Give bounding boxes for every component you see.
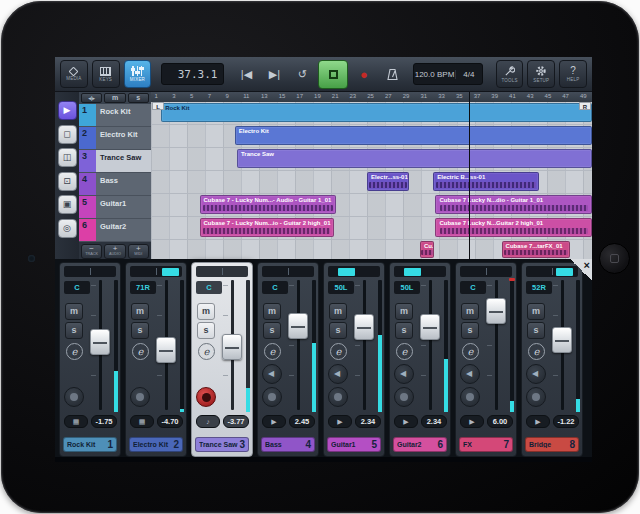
track-color-tab[interactable]: 6 [79,219,96,241]
fader-handle[interactable] [156,337,176,363]
track-row[interactable]: 1Rock Kit [79,104,151,127]
region[interactable]: Cubase 7 Lucky N...Guitar 2 high_01 [435,218,592,237]
loop-button[interactable]: ↺ [290,60,314,88]
midi-io-tab[interactable]: ◫ [58,148,77,167]
editor-tab[interactable]: ▣ [58,195,77,214]
loop-right-locator[interactable]: R [579,102,591,110]
keys-button[interactable]: KEYS [92,60,120,88]
add-audio-track-button[interactable]: +AUDIO [104,244,125,259]
mute-button[interactable]: m [263,303,281,320]
monitor-button[interactable]: ◀ [328,364,348,384]
solo-button[interactable]: s [329,322,347,339]
media-button[interactable]: MEDIA [60,60,88,88]
fader-handle[interactable] [222,334,242,360]
track-row[interactable]: 6Guitar2 [79,219,151,242]
mute-button[interactable]: m [461,303,479,320]
channel-label[interactable]: Bridge8 [525,437,579,452]
pan-value[interactable]: 52R [526,281,552,294]
volume-db-value[interactable]: 2.45 [289,415,315,428]
channel-eq-button[interactable]: e [330,343,347,360]
record-arm-button[interactable] [196,387,216,407]
mute-button[interactable]: m [527,303,545,320]
fader-handle[interactable] [420,314,440,340]
record-arm-button[interactable] [328,387,348,407]
drumpad-icon[interactable]: ▦ [130,415,154,428]
remove-track-button[interactable]: −TRACK [81,244,102,259]
close-mixer-button[interactable]: × [570,259,592,281]
pan-value[interactable]: C [262,281,288,294]
volume-db-value[interactable]: 6.00 [487,415,513,428]
channel-eq-button[interactable]: e [132,343,149,360]
pan-slider[interactable] [64,266,116,277]
solo-button[interactable]: s [461,322,479,339]
setup-button[interactable]: SETUP [527,60,555,88]
channel-eq-button[interactable]: e [528,343,545,360]
loop-left-locator[interactable]: L [152,102,164,110]
channel-label[interactable]: FX7 [459,437,513,452]
clip-tool-tab[interactable]: ◻ [58,125,77,144]
pan-slider[interactable] [262,266,314,277]
region[interactable]: Rock Kit [161,103,592,122]
arrange-tab[interactable]: ▶ [58,101,77,120]
channel-label[interactable]: Trance Saw3 [195,437,249,452]
mute-button[interactable]: m [131,303,149,320]
monitor-button[interactable]: ◀ [526,364,546,384]
fader-handle[interactable] [288,313,308,339]
pan-value[interactable]: 50L [328,281,354,294]
fader-handle[interactable] [354,314,374,340]
home-button[interactable] [599,243,630,274]
track-color-tab[interactable]: 1 [79,104,96,126]
monitor-tab[interactable]: ⊡ [58,172,77,191]
monitor-button[interactable]: ◀ [460,364,480,384]
track-color-tab[interactable]: 2 [79,127,96,149]
solo-button[interactable]: s [263,322,281,339]
play-icon[interactable]: ▶ [526,415,550,428]
record-button[interactable]: ● [352,60,376,88]
pan-value[interactable]: C [64,281,90,294]
track-row[interactable]: 5Guitar1 [79,196,151,219]
channel-eq-button[interactable]: e [462,343,479,360]
solo-button[interactable]: s [395,322,413,339]
play-icon[interactable]: ▶ [460,415,484,428]
play-icon[interactable]: ▶ [328,415,352,428]
mute-button[interactable]: m [197,303,215,320]
channel-eq-button[interactable]: e [396,343,413,360]
channel-label[interactable]: Guitar15 [327,437,381,452]
fader-handle[interactable] [552,327,572,353]
pan-value[interactable]: C [196,281,222,294]
solo-button[interactable]: s [131,322,149,339]
track-row[interactable]: 2Electro Kit [79,127,151,150]
solo-button[interactable]: s [197,322,215,339]
volume-db-value[interactable]: 2.34 [421,415,447,428]
channel-eq-button[interactable]: e [66,343,83,360]
record-arm-button[interactable] [64,387,84,407]
rewind-to-start-button[interactable]: |◀ [234,60,258,88]
record-arm-button[interactable] [262,387,282,407]
timeline-ruler[interactable]: 1357911131517192123252729313335373941434… [151,92,592,102]
region[interactable]: Trance Saw [237,149,592,168]
synth-icon[interactable]: ♪ [196,415,220,428]
help-button[interactable]: ? HELP [559,60,587,88]
monitor-button[interactable]: ◀ [394,364,414,384]
track-color-tab[interactable]: 3 [79,150,96,172]
record-arm-button[interactable] [460,387,480,407]
region[interactable]: Cubase 7 - Lucky Num...io - Guitar 2 hig… [200,218,335,237]
volume-db-value[interactable]: 2.34 [355,415,381,428]
play-icon[interactable]: ▶ [394,415,418,428]
region[interactable]: Electric B...ss-01 [433,172,539,191]
master-solo-button[interactable]: s [128,93,149,103]
region[interactable]: Electro Kit [235,126,592,145]
fader-handle[interactable] [90,329,110,355]
pan-value[interactable]: 50L [394,281,420,294]
volume-db-value[interactable]: -1.75 [91,415,117,428]
forward-to-end-button[interactable]: ▶| [262,60,286,88]
pan-slider[interactable] [394,266,446,277]
record-arm-button[interactable] [130,387,150,407]
mute-button[interactable]: m [329,303,347,320]
region[interactable]: Cubase 7 Lucky N...dio - Guitar 1_01 [435,195,592,214]
tools-button[interactable]: TOOLS [496,60,524,88]
region[interactable]: Cubase 7 - Lucky Num...- Audio - Guitar … [200,195,337,214]
channel-eq-button[interactable]: e [264,343,281,360]
mute-button[interactable]: m [65,303,83,320]
pan-slider[interactable] [196,266,248,277]
